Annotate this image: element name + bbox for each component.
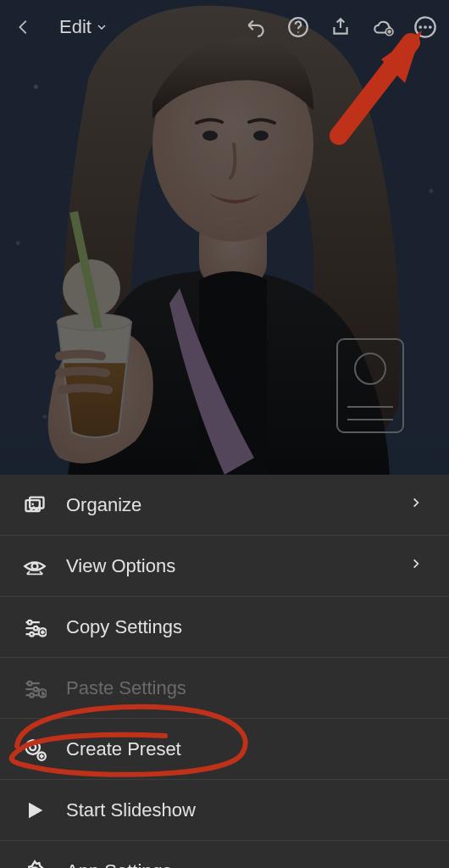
cloud-add-icon[interactable] xyxy=(371,15,395,39)
svg-point-18 xyxy=(31,503,34,505)
svg-point-21 xyxy=(34,626,38,630)
svg-point-15 xyxy=(429,25,432,29)
svg-point-25 xyxy=(34,687,38,691)
more-icon[interactable] xyxy=(413,15,437,39)
view-options-icon xyxy=(22,554,47,579)
svg-point-29 xyxy=(30,744,36,750)
svg-point-13 xyxy=(419,25,422,29)
help-icon[interactable] xyxy=(286,15,310,39)
chevron-down-icon xyxy=(95,20,108,34)
chevron-right-icon xyxy=(410,558,427,575)
svg-point-19 xyxy=(32,563,38,569)
menu-item-copy-settings[interactable]: Copy Settings xyxy=(0,597,449,658)
more-menu: Organize View Options Copy Settings Past… xyxy=(0,475,449,868)
menu-item-create-preset[interactable]: Create Preset xyxy=(0,719,449,780)
gear-icon xyxy=(22,859,47,868)
back-icon[interactable] xyxy=(12,15,36,39)
svg-point-2 xyxy=(202,131,218,141)
organize-icon xyxy=(22,492,47,518)
menu-label: Organize xyxy=(66,494,391,516)
svg-point-22 xyxy=(30,632,34,636)
svg-marker-31 xyxy=(29,802,42,818)
edit-dropdown[interactable]: Edit xyxy=(59,16,108,38)
svg-point-20 xyxy=(28,620,32,624)
menu-item-paste-settings: Paste Settings xyxy=(0,658,449,719)
create-preset-icon xyxy=(22,737,47,762)
play-icon xyxy=(22,798,47,823)
svg-point-10 xyxy=(297,31,299,33)
portrait-image xyxy=(0,0,449,475)
menu-item-start-slideshow[interactable]: Start Slideshow xyxy=(0,780,449,841)
top-bar: Edit xyxy=(0,0,449,54)
undo-icon[interactable] xyxy=(244,15,268,39)
edit-label: Edit xyxy=(59,16,91,38)
menu-item-organize[interactable]: Organize xyxy=(0,475,449,536)
svg-point-14 xyxy=(424,25,427,29)
menu-label: Copy Settings xyxy=(66,616,427,638)
svg-point-28 xyxy=(26,740,40,754)
copy-settings-icon xyxy=(22,615,47,640)
svg-rect-17 xyxy=(30,497,43,508)
share-icon[interactable] xyxy=(329,15,352,39)
menu-item-view-options[interactable]: View Options xyxy=(0,536,449,597)
paste-settings-icon xyxy=(22,676,47,701)
svg-point-26 xyxy=(30,693,34,697)
menu-label: Paste Settings xyxy=(66,677,427,699)
menu-label: Start Slideshow xyxy=(66,799,427,821)
svg-point-24 xyxy=(28,681,32,685)
menu-item-app-settings[interactable]: App Settings xyxy=(0,841,449,868)
menu-label: View Options xyxy=(66,555,391,577)
svg-point-3 xyxy=(253,131,269,141)
menu-label: App Settings xyxy=(66,860,427,868)
menu-label: Create Preset xyxy=(66,738,427,760)
chevron-right-icon xyxy=(410,497,427,514)
